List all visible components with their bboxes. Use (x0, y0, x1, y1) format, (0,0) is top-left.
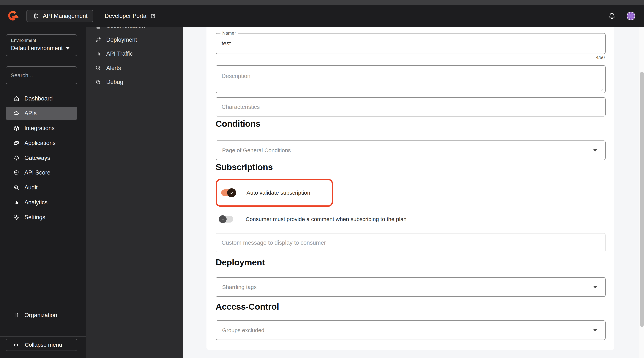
plan-form-card: Name* 4/50 Conditions Page of General Co… (206, 27, 614, 350)
sidebar-item-label: Analytics (24, 199, 48, 206)
avatar[interactable] (626, 11, 636, 20)
subnav-item-label: Deployment (106, 36, 137, 43)
collapse-menu-button[interactable]: Collapse menu (6, 339, 77, 351)
conditions-heading: Conditions (216, 119, 260, 129)
bar-chart-icon (95, 51, 101, 57)
collapse-menu-label: Collapse menu (25, 342, 62, 348)
description-field (216, 65, 606, 93)
sidebar-item-label: APIs (24, 110, 36, 117)
developer-portal-label: Developer Portal (105, 13, 148, 19)
sidebar-divider (0, 337, 86, 337)
main-content: Name* 4/50 Conditions Page of General Co… (183, 27, 644, 358)
name-char-counter: 4/50 (596, 55, 605, 60)
subnav-item-debug[interactable]: Debug (86, 75, 183, 89)
api-management-label: API Management (43, 13, 88, 19)
top-bar: API Management Developer Portal (0, 5, 644, 27)
sidebar-item-label: Settings (24, 214, 45, 221)
custom-message-field (216, 233, 606, 252)
characteristics-input[interactable] (216, 98, 605, 116)
name-field: Name* (216, 33, 606, 54)
sidebar-item-label: Organization (24, 312, 57, 319)
sidebar-item-settings[interactable]: Settings (6, 211, 77, 224)
sidebar-item-label: Integrations (24, 125, 54, 132)
sidebar-item-audit[interactable]: Audit (6, 181, 77, 194)
gear-icon (32, 12, 40, 20)
chevron-down-icon (593, 286, 598, 288)
environment-label: Environment (11, 38, 77, 43)
primary-sidebar: Environment Default environment Dashboar… (0, 27, 86, 358)
environment-value: Default environment (11, 45, 62, 51)
sidebar-item-analytics[interactable]: Analytics (6, 196, 77, 209)
cloud-node-icon (13, 155, 20, 161)
subnav-item-alerts[interactable]: Alerts (86, 61, 183, 75)
conditions-select-placeholder: Page of General Conditions (222, 147, 593, 154)
comment-required-row: Consumer must provide a comment when sub… (220, 212, 406, 226)
sidebar-item-label: API Score (24, 169, 50, 176)
auto-validate-label: Auto validate subscription (246, 189, 310, 196)
sidebar-item-integrations[interactable]: Integrations (6, 122, 77, 135)
sidebar-item-label: Audit (24, 184, 38, 191)
sidebar-divider (0, 303, 86, 303)
description-textarea[interactable] (216, 66, 605, 93)
collapse-icon (13, 342, 19, 348)
sidebar-item-gateways[interactable]: Gateways (6, 151, 77, 165)
conditions-select[interactable]: Page of General Conditions (216, 141, 606, 160)
sidebar-item-dashboard[interactable]: Dashboard (6, 92, 77, 105)
sidebar-item-api-score[interactable]: API Score (6, 166, 77, 179)
sidebar-item-organization[interactable]: Organization (6, 309, 77, 322)
gravitee-logo[interactable] (7, 9, 19, 23)
toggle-thumb-check-icon (227, 188, 236, 197)
subnav-item-label: Documentation (106, 27, 145, 29)
api-management-chip[interactable]: API Management (26, 10, 93, 22)
rocket-icon (95, 37, 101, 43)
subnav-item-documentation[interactable]: Documentation (86, 27, 183, 33)
apps-icon (13, 140, 20, 146)
cloud-gear-icon (13, 110, 20, 117)
search-check-icon (95, 79, 101, 85)
groups-excluded-select[interactable]: Groups excluded (216, 320, 606, 340)
window-top-strip (0, 0, 644, 5)
sidebar-search (6, 66, 77, 84)
auto-validate-highlight-box: Auto validate subscription (216, 179, 333, 207)
subnav-item-label: Debug (106, 79, 123, 85)
toggle-thumb-minus-icon (219, 215, 226, 223)
sidebar-item-label: Applications (24, 140, 56, 147)
subnav-item-label: API Traffic (106, 50, 133, 57)
custom-message-input[interactable] (216, 233, 605, 252)
sharding-tags-select[interactable]: Sharding tags (216, 277, 606, 297)
developer-portal-link[interactable]: Developer Portal (105, 13, 156, 19)
comment-required-label: Consumer must provide a comment when sub… (246, 216, 406, 222)
sidebar-item-apis[interactable]: APIs (6, 107, 77, 120)
chevron-down-icon (66, 47, 70, 49)
scrollbar-thumb[interactable] (640, 72, 644, 327)
groups-excluded-placeholder: Groups excluded (222, 327, 593, 334)
sidebar-item-applications[interactable]: Applications (6, 136, 77, 150)
characteristics-field (216, 97, 606, 117)
sharding-tags-placeholder: Sharding tags (222, 284, 593, 290)
access-control-heading: Access-Control (216, 301, 279, 312)
name-input[interactable] (216, 33, 605, 54)
sidebar-item-label: Dashboard (24, 95, 53, 102)
gear-icon (13, 214, 20, 220)
bell-icon[interactable] (608, 12, 616, 20)
bar-chart-icon (13, 199, 20, 206)
cube-icon (13, 125, 20, 131)
auto-validate-toggle[interactable] (221, 189, 235, 196)
environment-selector[interactable]: Environment Default environment (6, 34, 77, 56)
resize-handle-icon[interactable] (600, 88, 604, 91)
chevron-down-icon (593, 329, 598, 332)
book-icon (95, 27, 101, 29)
search-input[interactable] (10, 72, 82, 79)
subnav-item-api-traffic[interactable]: API Traffic (86, 47, 183, 60)
chevron-down-icon (593, 149, 598, 152)
subnav-item-deployment[interactable]: Deployment (86, 33, 183, 46)
scrollbar-track[interactable] (639, 27, 644, 358)
shield-check-icon (13, 170, 20, 176)
home-icon (13, 95, 20, 102)
building-icon (13, 312, 20, 318)
name-field-label: Name* (220, 30, 238, 36)
api-secondary-nav: Documentation Deployment API Traffic Ale… (86, 27, 183, 358)
external-link-icon (150, 13, 156, 19)
alarm-icon (95, 65, 101, 71)
comment-required-toggle[interactable] (220, 216, 233, 222)
